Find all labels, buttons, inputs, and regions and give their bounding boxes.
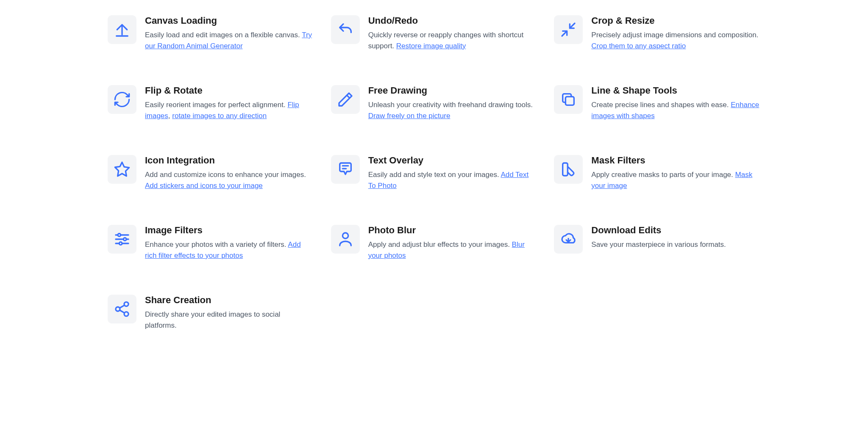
feature-desc: Unleash your creativity with freehand dr… bbox=[368, 99, 537, 121]
feature-desc: Enhance your photos with a variety of fi… bbox=[145, 239, 314, 261]
feature-title: Mask Filters bbox=[591, 155, 760, 166]
swatch-icon bbox=[554, 155, 583, 184]
feature-desc: Directly share your edited images to soc… bbox=[145, 309, 314, 331]
feature-free-drawing: Free Drawing Unleash your creativity wit… bbox=[331, 85, 537, 121]
feature-link[interactable]: Crop them to any aspect ratio bbox=[591, 42, 686, 50]
feature-title: Undo/Redo bbox=[368, 15, 537, 26]
feature-share-creation: Share Creation Directly share your edite… bbox=[108, 295, 314, 331]
feature-desc: Precisely adjust image dimensions and co… bbox=[591, 30, 760, 51]
feature-desc: Quickly reverse or reapply changes with … bbox=[368, 30, 537, 51]
feature-mask-filters: Mask Filters Apply creative masks to par… bbox=[554, 155, 760, 191]
feature-title: Text Overlay bbox=[368, 155, 537, 166]
feature-icon-integration: Icon Integration Add and customize icons… bbox=[108, 155, 314, 191]
feature-title: Flip & Rotate bbox=[145, 85, 314, 96]
feature-undo-redo: Undo/Redo Quickly reverse or reapply cha… bbox=[331, 15, 537, 51]
svg-point-4 bbox=[119, 242, 122, 245]
upload-icon bbox=[108, 15, 136, 44]
user-icon bbox=[331, 225, 360, 254]
feature-desc: Apply creative masks to parts of your im… bbox=[591, 169, 760, 191]
feature-crop-resize: Crop & Resize Precisely adjust image dim… bbox=[554, 15, 760, 51]
feature-desc: Save your masterpiece in various formats… bbox=[591, 239, 760, 250]
feature-link[interactable]: Add stickers and icons to your image bbox=[145, 182, 263, 190]
feature-title: Icon Integration bbox=[145, 155, 314, 166]
feature-title: Crop & Resize bbox=[591, 15, 760, 26]
features-grid: Canvas Loading Easily load and edit imag… bbox=[108, 15, 760, 331]
undo-icon bbox=[331, 15, 360, 44]
feature-title: Free Drawing bbox=[368, 85, 537, 96]
sliders-icon bbox=[108, 225, 136, 254]
feature-desc: Add and customize icons to enhance your … bbox=[145, 169, 314, 191]
message-icon bbox=[331, 155, 360, 184]
pencil-icon bbox=[331, 85, 360, 114]
star-icon bbox=[108, 155, 136, 184]
share-icon bbox=[108, 295, 136, 323]
feature-title: Line & Shape Tools bbox=[591, 85, 760, 96]
feature-desc: Easily load and edit images on a flexibl… bbox=[145, 30, 314, 51]
feature-title: Download Edits bbox=[591, 225, 760, 236]
feature-title: Photo Blur bbox=[368, 225, 537, 236]
feature-desc: Easily reorient images for perfect align… bbox=[145, 99, 314, 121]
feature-title: Image Filters bbox=[145, 225, 314, 236]
svg-point-3 bbox=[123, 238, 126, 241]
feature-desc: Easily add and style text on your images… bbox=[368, 169, 537, 191]
feature-desc: Create precise lines and shapes with eas… bbox=[591, 99, 760, 121]
feature-text-overlay: Text Overlay Easily add and style text o… bbox=[331, 155, 537, 191]
feature-link[interactable]: Draw freely on the picture bbox=[368, 112, 451, 120]
feature-title: Share Creation bbox=[145, 295, 314, 306]
rotate-icon bbox=[108, 85, 136, 114]
shapes-icon bbox=[554, 85, 583, 114]
svg-point-2 bbox=[118, 234, 121, 237]
feature-link[interactable]: Restore image quality bbox=[396, 42, 466, 50]
feature-link[interactable]: rotate images to any direction bbox=[172, 112, 267, 120]
feature-desc: Apply and adjust blur effects to your im… bbox=[368, 239, 537, 261]
feature-download-edits: Download Edits Save your masterpiece in … bbox=[554, 225, 760, 261]
svg-rect-0 bbox=[566, 97, 574, 105]
feature-flip-rotate: Flip & Rotate Easily reorient images for… bbox=[108, 85, 314, 121]
svg-rect-1 bbox=[563, 163, 568, 176]
feature-title: Canvas Loading bbox=[145, 15, 314, 26]
svg-point-5 bbox=[342, 233, 348, 238]
feature-canvas-loading: Canvas Loading Easily load and edit imag… bbox=[108, 15, 314, 51]
cloud-download-icon bbox=[554, 225, 583, 254]
minimize-icon bbox=[554, 15, 583, 44]
feature-photo-blur: Photo Blur Apply and adjust blur effects… bbox=[331, 225, 537, 261]
feature-line-shape-tools: Line & Shape Tools Create precise lines … bbox=[554, 85, 760, 121]
feature-image-filters: Image Filters Enhance your photos with a… bbox=[108, 225, 314, 261]
